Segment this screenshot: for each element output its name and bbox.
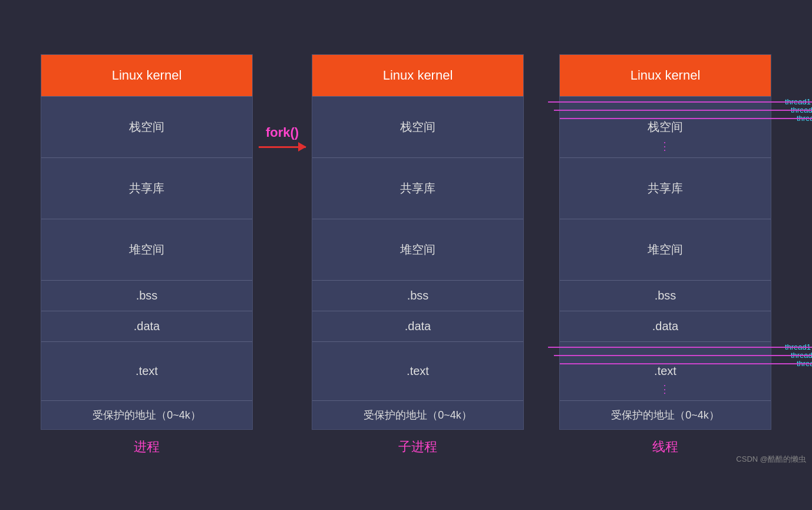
thread-kernel-bar: Linux kernel xyxy=(560,55,771,96)
fork-arrow-line xyxy=(259,146,306,148)
subprocess-heap: 堆空间 xyxy=(312,219,523,280)
process-protected: 受保护的地址（0~4k） xyxy=(41,400,252,429)
process-kernel-bar: Linux kernel xyxy=(41,55,252,96)
thread-data: .data xyxy=(560,311,771,341)
subprocess-bss: .bss xyxy=(312,280,523,311)
thread-text: thread1 thread2 thread3 .text ⋮ xyxy=(560,341,771,400)
subprocess-data: .data xyxy=(312,311,523,341)
subprocess-diagram: Linux kernel 栈空间 共享库 堆空间 .bss .data .tex… xyxy=(312,54,524,456)
text-dots: ⋮ xyxy=(659,383,672,396)
process-diagram: Linux kernel 栈空间 共享库 堆空间 .bss .data .tex… xyxy=(41,54,253,456)
process-box: Linux kernel 栈空间 共享库 堆空间 .bss .data .tex… xyxy=(41,54,253,430)
thread-diagram: Linux kernel thread1 thread2 thread3 栈空间… xyxy=(559,54,771,456)
thread-stack: thread1 thread2 thread3 栈空间 ⋮ xyxy=(560,96,771,157)
fork-label: fork() xyxy=(266,125,299,140)
subprocess-box: Linux kernel 栈空间 共享库 堆空间 .bss .data .tex… xyxy=(312,54,524,430)
subprocess-protected: 受保护的地址（0~4k） xyxy=(312,400,523,429)
fork-section: fork() xyxy=(259,54,306,148)
thread1-text-line xyxy=(548,347,812,348)
subprocess-label: 子进程 xyxy=(398,438,437,456)
subprocess-shared-lib: 共享库 xyxy=(312,157,523,219)
main-container: Linux kernel 栈空间 共享库 堆空间 .bss .data .tex… xyxy=(0,42,812,468)
process-label: 进程 xyxy=(134,438,160,456)
watermark: CSDN @酷酷的懒虫 xyxy=(736,454,806,465)
thread1-stack-line xyxy=(548,101,812,103)
subprocess-text: .text xyxy=(312,341,523,400)
stack-dots: ⋮ xyxy=(659,140,672,153)
thread3-stack-line xyxy=(560,118,812,119)
process-text: .text xyxy=(41,341,252,400)
thread-box: Linux kernel thread1 thread2 thread3 栈空间… xyxy=(559,54,771,430)
thread-bss: .bss xyxy=(560,280,771,311)
process-bss: .bss xyxy=(41,280,252,311)
process-data: .data xyxy=(41,311,252,341)
subprocess-stack: 栈空间 xyxy=(312,96,523,157)
thread-shared-lib: 共享库 xyxy=(560,157,771,219)
thread-heap: 堆空间 xyxy=(560,219,771,280)
thread3-text-line xyxy=(560,363,812,364)
fork-arrow: fork() xyxy=(259,125,306,148)
subprocess-kernel-bar: Linux kernel xyxy=(312,55,523,96)
process-shared-lib: 共享库 xyxy=(41,157,252,219)
thread2-stack-line xyxy=(554,110,812,111)
process-heap: 堆空间 xyxy=(41,219,252,280)
thread-protected: 受保护的地址（0~4k） xyxy=(560,400,771,429)
thread2-text-line xyxy=(554,355,812,356)
thread-label: 线程 xyxy=(652,438,678,456)
process-stack: 栈空间 xyxy=(41,96,252,157)
